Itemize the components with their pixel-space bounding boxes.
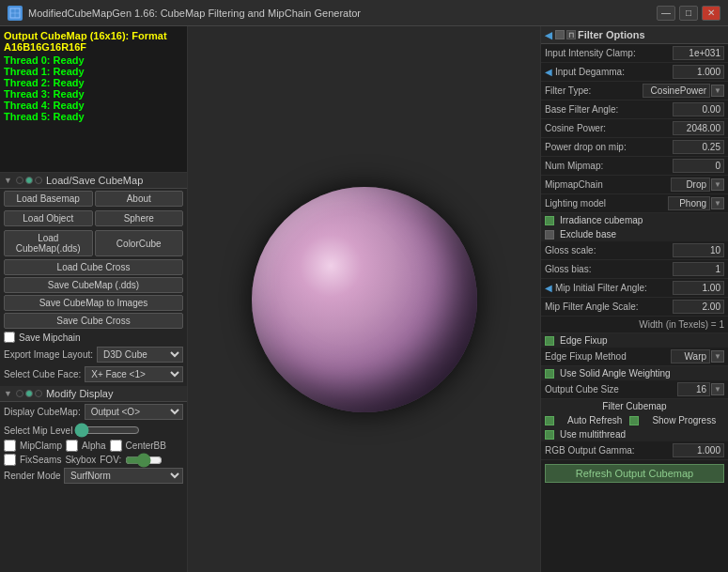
base-filter-angle-field[interactable] [673, 102, 724, 116]
degamma-arrow[interactable]: ◀ [545, 67, 552, 77]
lighting-model-dropdown-arrow[interactable]: ▼ [711, 197, 724, 209]
mipmap-chain-row: MipmapChain Drop ▼ [541, 176, 728, 194]
power-drop-field[interactable] [673, 140, 724, 154]
thread-5: Thread 5: Ready [4, 111, 183, 122]
select-face-label: Select Cube Face: [4, 369, 81, 379]
filter-type-label: Filter Type: [545, 85, 643, 96]
irradiance-cubemap-label: Irradiance cubemap [560, 215, 643, 225]
modify-collapse-arrow[interactable]: ▼ [4, 389, 12, 398]
mdot-2 [25, 390, 33, 397]
mipclamp-checkbox[interactable] [4, 440, 16, 452]
centerbb-checkbox[interactable] [110, 440, 122, 452]
irradiance-checkbox[interactable] [545, 216, 554, 225]
input-intensity-label: Input Intensity Clamp: [545, 48, 673, 58]
row-3: Load CubeMap(.dds) ColorCube [0, 228, 187, 258]
window-controls: — □ ✕ [657, 6, 720, 21]
title-bar: ModifiedCubeMapGen 1.66: CubeMap Filteri… [0, 0, 728, 26]
output-cube-size-label: Output Cube Size [545, 384, 677, 394]
render-mode-dropdown[interactable]: SurfNorm [64, 468, 183, 484]
save-cubemap-dds-button[interactable]: Save CubeMap (.dds) [4, 277, 183, 293]
mip-filter-scale-field[interactable] [673, 300, 724, 314]
width-texels-row: Width (in Texels) = 1 [541, 317, 728, 333]
irradiance-cubemap-row: Irradiance cubemap [541, 213, 728, 227]
sphere-container [252, 187, 477, 412]
input-degamma-label: Input Degamma: [555, 67, 673, 77]
about-button[interactable]: About [95, 191, 184, 207]
use-multithread-checkbox[interactable] [545, 430, 554, 440]
thread-4: Thread 4: Ready [4, 100, 183, 111]
alpha-checkbox[interactable] [66, 440, 78, 452]
right-panel: ◀ ⊓ Filter Options Input Intensity Clamp… [540, 26, 728, 572]
filter-pin[interactable]: ⊓ [566, 30, 576, 39]
output-title: Output CubeMap (16x16): Format A16B16G16… [4, 30, 183, 53]
gloss-scale-row: Gloss scale: [541, 241, 728, 260]
filter-collapse-arrow[interactable]: ◀ [545, 30, 552, 40]
window-title: ModifiedCubeMapGen 1.66: CubeMap Filteri… [28, 8, 657, 19]
refresh-output-cubemap-button[interactable]: Refresh Output Cubemap [545, 464, 724, 483]
thread-3: Thread 3: Ready [4, 88, 183, 100]
mdot-1 [16, 390, 23, 397]
gloss-scale-field[interactable] [673, 243, 724, 257]
mipmap-chain-dropdown-arrow[interactable]: ▼ [711, 178, 724, 191]
load-object-button[interactable]: Load Object [4, 210, 93, 226]
color-cube-button[interactable]: ColorCube [95, 230, 184, 256]
rgb-output-gamma-row: RGB Output Gamma: [541, 441, 728, 460]
export-layout-label: Export Image Layout: [4, 349, 93, 360]
select-face-dropdown[interactable]: X+ Face <1> [85, 366, 183, 382]
modify-display-header: ▼ Modify Display [0, 386, 187, 402]
minimize-button[interactable]: — [657, 6, 675, 21]
close-button[interactable]: ✕ [702, 6, 720, 21]
load-basemap-button[interactable]: Load Basemap [4, 191, 93, 207]
fixseams-checkbox[interactable] [4, 454, 16, 466]
render-mode-row: Render Mode SurfNorm [0, 467, 187, 485]
filter-sq1[interactable] [555, 30, 565, 39]
edge-fixup-label: Edge Fixup [560, 335, 608, 346]
input-intensity-field[interactable] [673, 46, 724, 60]
filter-type-row: Filter Type: CosinePower ▼ [541, 82, 728, 100]
rgb-gamma-field[interactable] [673, 443, 724, 457]
edge-fixup-row: Edge Fixup [541, 333, 728, 348]
load-cube-cross-button[interactable]: Load Cube Cross [4, 259, 183, 275]
filter-type-dropdown-arrow[interactable]: ▼ [711, 85, 724, 97]
use-multithread-label: Use multithread [560, 429, 626, 440]
edge-fixup-checkbox[interactable] [545, 336, 554, 346]
gloss-bias-label: Gloss bias: [545, 264, 673, 274]
collapse-arrow[interactable]: ▼ [4, 176, 12, 185]
maximize-button[interactable]: □ [679, 6, 698, 21]
mip-level-label: Select Mip Level [4, 425, 72, 436]
mip-level-slider[interactable] [74, 423, 140, 438]
mip-initial-angle-field[interactable] [673, 281, 724, 295]
mipclamp-label: MipClamp [20, 441, 62, 451]
base-filter-angle-label: Base Filter Angle: [545, 104, 673, 115]
load-cubemap-dds-button[interactable]: Load CubeMap(.dds) [4, 230, 93, 256]
cosine-power-field[interactable] [673, 121, 724, 135]
filter-cubemap-label: Filter Cubemap [545, 401, 724, 411]
num-mipmap-field[interactable] [673, 159, 724, 173]
mip-initial-arrow[interactable]: ◀ [545, 283, 552, 293]
save-cubemap-images-button[interactable]: Save CubeMap to Images [4, 295, 183, 311]
input-intensity-row: Input Intensity Clamp: [541, 44, 728, 63]
auto-refresh-checkbox[interactable] [545, 416, 554, 425]
num-mipmap-label: Num Mipmap: [545, 161, 673, 171]
load-save-title: Load/Save CubeMap [46, 175, 143, 186]
exclude-base-row: Exclude base [541, 227, 728, 241]
fov-slider[interactable] [125, 456, 163, 465]
sphere-visual [252, 187, 477, 412]
left-panel: Output CubeMap (16x16): Format A16B16G16… [0, 26, 188, 572]
input-degamma-field[interactable] [673, 65, 724, 79]
exclude-base-checkbox[interactable] [545, 230, 554, 240]
edge-fixup-method-arrow[interactable]: ▼ [711, 350, 724, 363]
display-cubemap-dropdown[interactable]: Output <O> [85, 404, 183, 420]
export-layout-dropdown[interactable]: D3D Cube [97, 347, 183, 363]
thread-1: Thread 1: Ready [4, 66, 183, 77]
gloss-bias-field[interactable] [673, 262, 724, 276]
dot-3 [35, 177, 42, 184]
show-progress-checkbox[interactable] [629, 416, 639, 425]
save-cube-cross-button[interactable]: Save Cube Cross [4, 313, 183, 329]
mip-initial-angle-row: ◀ Mip Initial Filter Angle: [541, 279, 728, 298]
save-mipchain-checkbox[interactable] [4, 332, 15, 343]
output-cube-size-arrow[interactable]: ▼ [711, 383, 724, 395]
sphere-button[interactable]: Sphere [95, 210, 184, 226]
edge-fixup-method-row: Edge Fixup Method Warp ▼ [541, 348, 728, 366]
solid-angle-checkbox[interactable] [545, 369, 554, 379]
